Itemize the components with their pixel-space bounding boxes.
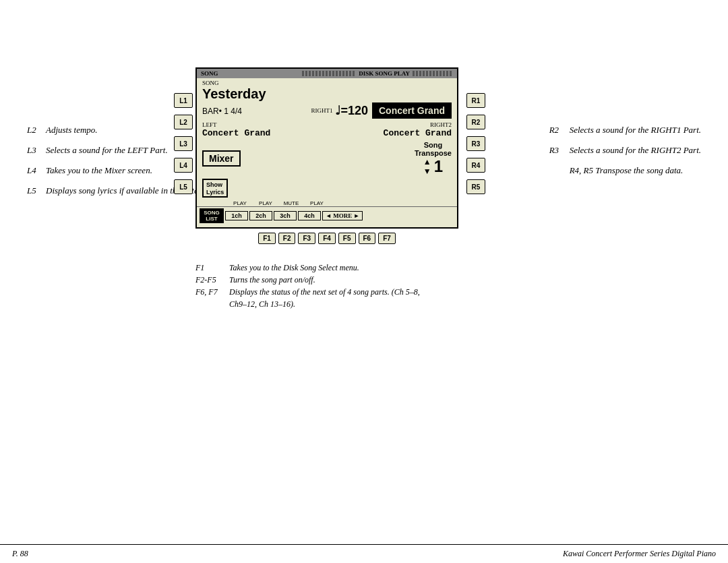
ch2-btn[interactable]: 2ch bbox=[249, 211, 272, 220]
song-small-label: SONG bbox=[202, 80, 452, 86]
transpose-label: SongTranspose bbox=[415, 141, 452, 157]
l5-button[interactable]: L5 bbox=[174, 179, 193, 194]
f3-button[interactable]: F3 bbox=[298, 233, 315, 244]
ann-l2-text: Adjusts tempo. bbox=[46, 125, 98, 136]
f-note-f1-label: F1 bbox=[195, 263, 229, 273]
right2-part-sound: Concert Grand bbox=[327, 128, 452, 138]
topbar-song-label: SONG bbox=[201, 70, 218, 77]
cl-play1: PLAY bbox=[228, 200, 252, 206]
right1-sound-text: Concert Grand bbox=[379, 105, 445, 116]
right2-part-label: RIGHT2 bbox=[327, 121, 452, 128]
f-note-f1-text: Takes you to the Disk Song Select menu. bbox=[229, 263, 359, 273]
page-number: P. 88 bbox=[12, 549, 28, 559]
f5-button[interactable]: F5 bbox=[338, 233, 356, 244]
r5-button[interactable]: R5 bbox=[466, 179, 485, 194]
more-btn[interactable]: ◄ MORE ► bbox=[322, 211, 363, 220]
bar-tempo-row: BAR• 1 4/4 RIGHT1 ♩=120 Concert Grand bbox=[197, 101, 457, 120]
transpose-section: SongTranspose ▲ ▼ 1 bbox=[415, 141, 452, 176]
f1-button[interactable]: F1 bbox=[258, 233, 276, 244]
channel-labels-row: PLAY PLAY MUTE PLAY bbox=[197, 200, 457, 206]
left-part-section: LEFT Concert Grand bbox=[202, 121, 327, 138]
disk-song-play-bar: DISK SONG PLAY bbox=[302, 70, 453, 77]
ann-r3-text: Selects a sound for the RIGHT2 Part. bbox=[570, 145, 701, 156]
l2-button[interactable]: L2 bbox=[174, 115, 193, 129]
transpose-arrows: ▲ ▼ bbox=[423, 157, 431, 176]
f-buttons-row: F1 F2 F3 F4 F5 F6 F7 bbox=[195, 233, 458, 244]
cl-play3: PLAY bbox=[305, 200, 329, 206]
f-note-cont: Ch9–12, Ch 13–16). bbox=[195, 299, 420, 309]
annotation-r2: R2 Selects a sound for the RIGHT1 Part. bbox=[549, 125, 701, 136]
bar-info-section: BAR• 1 4/4 bbox=[202, 105, 242, 117]
l1-button[interactable]: L1 bbox=[174, 93, 193, 108]
left-part-sound: Concert Grand bbox=[202, 128, 327, 138]
transpose-value: 1 bbox=[434, 157, 443, 176]
brand-name: Kawai Concert Performer Series Digital P… bbox=[563, 549, 716, 559]
lr-row: LEFT Concert Grand RIGHT2 Concert Grand bbox=[197, 120, 457, 140]
ann-l4-label: L4 bbox=[27, 165, 46, 176]
f-note-f2f5-label: F2-F5 bbox=[195, 275, 229, 285]
f-note-cont-text: Ch9–12, Ch 13–16). bbox=[229, 299, 295, 309]
lyrics-row: Show Lyrics bbox=[197, 177, 457, 200]
r4-button[interactable]: R4 bbox=[466, 158, 485, 173]
f-note-f6f7: F6, F7 Displays the status of the next s… bbox=[195, 287, 420, 297]
mixer-transpose-row: Mixer SongTranspose ▲ ▼ 1 bbox=[197, 140, 457, 177]
right1-label: RIGHT1 bbox=[311, 107, 332, 114]
screen-topbar: SONG DISK SONG PLAY bbox=[197, 69, 457, 78]
channel-buttons-row: SONG LIST 1ch 2ch 3ch 4ch ◄ MORE ► bbox=[197, 206, 457, 225]
ann-r2-text: Selects a sound for the RIGHT1 Part. bbox=[570, 125, 701, 136]
topbar-center: DISK SONG PLAY bbox=[359, 70, 410, 77]
r3-button[interactable]: R3 bbox=[466, 136, 485, 151]
ann-l3-label: L3 bbox=[27, 145, 46, 156]
annotation-r3: R3 Selects a sound for the RIGHT2 Part. bbox=[549, 145, 701, 156]
transpose-up-arrow[interactable]: ▲ bbox=[423, 157, 431, 167]
cl-play2: PLAY bbox=[253, 200, 278, 206]
f-note-f2f5: F2-F5 Turns the song part on/off. bbox=[195, 275, 420, 285]
ann-l4-text: Takes you to the Mixer screen. bbox=[46, 165, 152, 176]
l4-button[interactable]: L4 bbox=[174, 158, 193, 173]
display-screen: SONG DISK SONG PLAY SONG Yesterday BAR• … bbox=[195, 67, 458, 229]
mixer-box[interactable]: Mixer bbox=[202, 150, 241, 167]
f4-button[interactable]: F4 bbox=[318, 233, 336, 244]
ann-l5-label: L5 bbox=[27, 185, 46, 196]
cl-mute: MUTE bbox=[279, 200, 303, 206]
bar-info: BAR• 1 4/4 bbox=[202, 107, 242, 116]
song-title: Yesterday bbox=[202, 86, 452, 101]
r1-button[interactable]: R1 bbox=[466, 93, 485, 108]
f-note-f2f5-text: Turns the song part on/off. bbox=[229, 275, 315, 285]
disk-indicator-right bbox=[413, 71, 453, 76]
ch4-btn[interactable]: 4ch bbox=[298, 211, 321, 220]
ch3-btn[interactable]: 3ch bbox=[274, 211, 297, 220]
f-note-f6f7-label: F6, F7 bbox=[195, 287, 229, 297]
transpose-down-arrow[interactable]: ▼ bbox=[423, 167, 431, 176]
footer: P. 88 Kawai Concert Performer Series Dig… bbox=[0, 544, 728, 563]
right1-sound-box: Concert Grand bbox=[372, 102, 452, 119]
transpose-controls: ▲ ▼ 1 bbox=[423, 157, 443, 176]
l3-button[interactable]: L3 bbox=[174, 136, 193, 151]
f-note-cont-label bbox=[195, 299, 229, 309]
song-list-btn[interactable]: SONG LIST bbox=[200, 208, 224, 223]
disk-indicator-left bbox=[302, 71, 356, 76]
right-annotations: R2 Selects a sound for the RIGHT1 Part. … bbox=[549, 125, 701, 185]
mixer-label: Mixer bbox=[209, 153, 234, 164]
lyrics-box[interactable]: Show Lyrics bbox=[202, 179, 228, 198]
f6-button[interactable]: F6 bbox=[359, 233, 376, 244]
right2-part-section: RIGHT2 Concert Grand bbox=[327, 121, 452, 138]
ann-r45-text: R4, R5 Transpose the song data. bbox=[570, 165, 684, 176]
f-note-f6f7-text: Displays the status of the next set of 4… bbox=[229, 287, 420, 297]
ch1-btn[interactable]: 1ch bbox=[225, 211, 248, 220]
r-side-buttons: R1 R2 R3 R4 R5 bbox=[466, 93, 485, 201]
f2-button[interactable]: F2 bbox=[278, 233, 296, 244]
ann-l3-text: Selects a sound for the LEFT Part. bbox=[46, 145, 168, 156]
f-note-f1: F1 Takes you to the Disk Song Select men… bbox=[195, 263, 420, 273]
f7-button[interactable]: F7 bbox=[378, 233, 396, 244]
ann-l2-label: L2 bbox=[27, 125, 46, 136]
song-title-row: SONG Yesterday bbox=[197, 78, 457, 101]
ann-r2-label: R2 bbox=[549, 125, 570, 136]
annotation-r45: R4, R5 Transpose the song data. bbox=[549, 165, 701, 176]
tempo-display: ♩=120 bbox=[335, 103, 368, 118]
song-list-label: SONG LIST bbox=[204, 210, 220, 222]
r2-button[interactable]: R2 bbox=[466, 115, 485, 129]
display-panel: SONG DISK SONG PLAY SONG Yesterday BAR• … bbox=[195, 67, 458, 244]
f-notes: F1 Takes you to the Disk Song Select men… bbox=[195, 263, 420, 312]
lyrics-label: Show Lyrics bbox=[206, 181, 224, 196]
